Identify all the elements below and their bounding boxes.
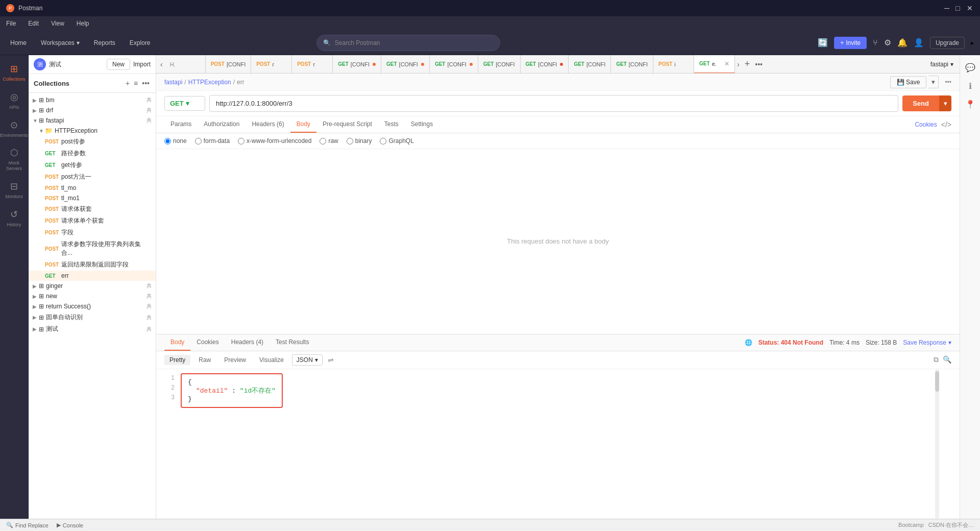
request-post-请求参数字段[interactable]: POST 请求参数字段使用字典列表集合...	[29, 238, 156, 259]
request-post-post传参[interactable]: POST post传参	[29, 136, 156, 148]
copy-icon[interactable]: ⧉	[934, 355, 939, 364]
radio-graphql[interactable]: GraphQL	[380, 137, 413, 144]
menu-file[interactable]: File	[4, 19, 18, 28]
workspaces-button[interactable]: Workspaces ▾	[37, 37, 84, 49]
wrap-icon[interactable]: ⇌	[328, 356, 334, 364]
tab-back-button[interactable]: ‹	[158, 58, 165, 70]
more-tabs-button[interactable]: •••	[753, 58, 765, 70]
request-get-err[interactable]: GET err	[29, 271, 156, 281]
upgrade-button[interactable]: Upgrade	[930, 37, 965, 49]
window-controls[interactable]: ─ □ ✕	[944, 5, 974, 12]
radio-x-www-form-urlencoded[interactable]: x-www-form-urlencoded	[238, 137, 311, 144]
folder-httpexception[interactable]: ▼ 📁 HTTPException	[29, 126, 156, 136]
request-get-get传参[interactable]: GET get传参	[29, 159, 156, 171]
collection-return-success[interactable]: ▶ ⊞ return Success() 共	[29, 301, 156, 311]
request-post-tl_mo[interactable]: POST tl_mo	[29, 183, 156, 193]
send-button[interactable]: Send	[902, 95, 939, 111]
close-button[interactable]: ✕	[967, 5, 974, 12]
sidebar-item-environments[interactable]: ⊙ Environments	[2, 115, 27, 142]
radio-none[interactable]: none	[164, 137, 187, 144]
resp-tab-cookies[interactable]: Cookies	[190, 334, 225, 351]
new-collection-button[interactable]: New	[107, 59, 130, 70]
request-post-返回结果[interactable]: POST 返回结果限制返回固字段	[29, 259, 156, 271]
radio-form-data[interactable]: form-data	[195, 137, 230, 144]
tab-params[interactable]: Params	[164, 116, 198, 133]
tab-confi-get-2[interactable]: GET [CONFI	[381, 55, 430, 74]
tab-confi-get-1[interactable]: GET [CONFI	[333, 55, 381, 74]
request-post-请求体单个获套[interactable]: POST 请求体单个获套	[29, 215, 156, 227]
filter-button[interactable]: ≡	[133, 78, 139, 88]
sidebar-item-apis[interactable]: ◎ APIs	[2, 87, 27, 114]
tab-confi-get-7[interactable]: GET [CONFI	[611, 55, 653, 74]
tab-confi-get-6[interactable]: GET [CONFI	[569, 55, 611, 74]
save-button[interactable]: 💾 Save	[890, 76, 927, 88]
scrollbar-track[interactable]	[935, 369, 939, 519]
send-dropdown-button[interactable]: ▾	[939, 95, 951, 111]
more-options-button[interactable]: •••	[141, 78, 151, 88]
sidebar-item-monitors[interactable]: ⊟ Monitors	[2, 177, 27, 204]
sidebar-item-collections[interactable]: ⊞ Collections	[2, 59, 27, 86]
menu-view[interactable]: View	[49, 19, 66, 28]
resp-view-visualize[interactable]: Visualize	[254, 355, 289, 365]
resp-tab-body[interactable]: Body	[164, 334, 190, 351]
breadcrumb-httpexception[interactable]: HTTPException	[188, 79, 231, 86]
resp-tab-headers[interactable]: Headers (4)	[225, 334, 270, 351]
collection-固单自动识别[interactable]: ▶ ⊞ 固单自动识别 共	[29, 311, 156, 323]
settings-icon[interactable]: ⚙	[884, 38, 891, 47]
tab-confi-post-1[interactable]: POST [CONFI	[206, 55, 252, 74]
tab-confi-post-3[interactable]: POST r	[292, 55, 333, 74]
tab-confi-get-3[interactable]: GET [CONFI	[430, 55, 478, 74]
console-button[interactable]: ▶ Console	[57, 522, 83, 528]
info-icon[interactable]: ℹ	[962, 78, 978, 94]
tab-tests[interactable]: Tests	[378, 116, 405, 133]
collection-ginger[interactable]: ▶ ⊞ ginger 共	[29, 281, 156, 291]
comments-icon[interactable]: 💬	[962, 59, 978, 76]
tab-h[interactable]: H.	[165, 55, 206, 74]
cookies-link[interactable]: Cookies	[915, 121, 937, 128]
search-box[interactable]: 🔍 Search Postman	[316, 35, 500, 51]
collection-测试[interactable]: ▶ ⊞ 测试 共	[29, 323, 156, 335]
new-tab-button[interactable]: +	[742, 59, 753, 69]
tab-authorization[interactable]: Authorization	[198, 116, 246, 133]
tab-headers[interactable]: Headers (6)	[246, 116, 290, 133]
invite-button[interactable]: + Invite	[834, 37, 867, 49]
request-get-路径参数[interactable]: GET 路径参数	[29, 148, 156, 159]
resp-view-pretty[interactable]: Pretty	[164, 355, 190, 365]
tab-get-err[interactable]: GET e. ✕	[694, 55, 735, 74]
sync-icon[interactable]: 🔄	[818, 38, 828, 47]
radio-raw[interactable]: raw	[320, 137, 338, 144]
request-post-post方法一[interactable]: POST post方法一	[29, 171, 156, 183]
fork-icon[interactable]: ⑂	[873, 38, 878, 47]
tab-close-button[interactable]: ✕	[724, 60, 729, 67]
resp-tab-test-results[interactable]: Test Results	[270, 334, 315, 351]
url-input[interactable]	[209, 95, 898, 112]
request-post-字段[interactable]: POST 字段	[29, 227, 156, 238]
resp-view-raw[interactable]: Raw	[193, 355, 216, 365]
collection-new[interactable]: ▶ ⊞ new 共	[29, 291, 156, 301]
explore-button[interactable]: Explore	[126, 37, 155, 49]
scrollbar-thumb[interactable]	[935, 371, 939, 392]
menu-help[interactable]: Help	[75, 19, 91, 28]
user-avatar-icon[interactable]: 👤	[914, 38, 924, 47]
tab-forward-button[interactable]: ›	[735, 58, 742, 70]
import-button[interactable]: Import	[133, 61, 151, 68]
save-response-button[interactable]: Save Response ▾	[903, 339, 951, 346]
save-dropdown-button[interactable]: ▾	[928, 76, 939, 88]
minimize-button[interactable]: ─	[944, 5, 951, 12]
request-post-请求体获套[interactable]: POST 请求体获套	[29, 203, 156, 215]
tab-confi-post-2[interactable]: POST r	[251, 55, 292, 74]
resp-view-preview[interactable]: Preview	[219, 355, 251, 365]
breadcrumb-fastapi[interactable]: fastapi	[164, 79, 182, 86]
reports-button[interactable]: Reports	[90, 37, 119, 49]
add-collection-button[interactable]: +	[125, 78, 131, 88]
maximize-button[interactable]: □	[955, 5, 963, 12]
request-post-tl_mo1[interactable]: POST tl_mo1	[29, 193, 156, 203]
tab-post-i[interactable]: POST i	[653, 55, 694, 74]
active-tab-name[interactable]: fastapi ▾	[926, 61, 958, 68]
tab-settings[interactable]: Settings	[405, 116, 439, 133]
menu-edit[interactable]: Edit	[26, 19, 41, 28]
tab-body[interactable]: Body	[290, 116, 316, 133]
location-pin-icon[interactable]: 📍	[962, 96, 978, 112]
home-button[interactable]: Home	[6, 37, 31, 49]
notifications-icon[interactable]: 🔔	[897, 38, 908, 47]
